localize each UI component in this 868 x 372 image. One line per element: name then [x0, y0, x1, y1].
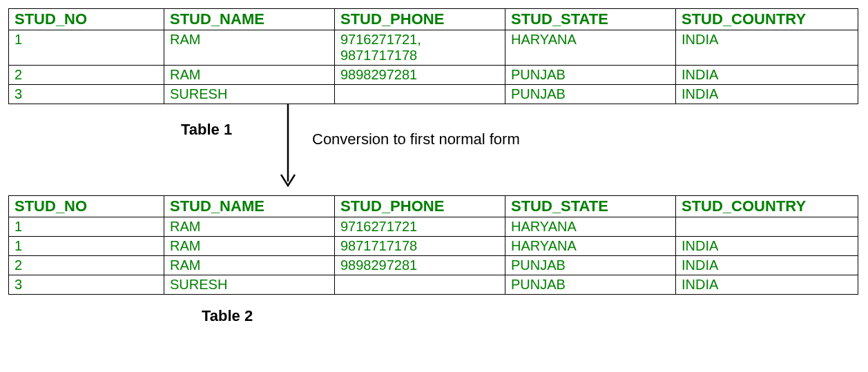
table-1-header: STUD_NAME [164, 9, 335, 30]
table-cell: SURESH [164, 85, 335, 104]
table-cell: HARYANA [505, 237, 676, 256]
table-1: STUD_NO STUD_NAME STUD_PHONE STUD_STATE … [8, 8, 858, 104]
table-row: 3 SURESH PUNJAB INDIA [9, 275, 858, 295]
table-cell: HARYANA [505, 217, 676, 237]
table-cell: RAM [164, 256, 335, 275]
table-1-header: STUD_STATE [505, 9, 676, 30]
table-cell: 9871717178 [335, 237, 505, 256]
table-cell: RAM [164, 217, 335, 237]
table-row: 1 RAM 9716271721, 9871717178 HARYANA IND… [9, 30, 858, 66]
table-cell: 2 [9, 256, 164, 275]
table-1-header: STUD_PHONE [335, 9, 505, 30]
table-cell: SURESH [164, 275, 335, 295]
arrow-down-icon [278, 104, 298, 191]
table-cell: PUNJAB [505, 256, 676, 275]
table-cell: RAM [164, 30, 335, 66]
table-cell: 1 [9, 237, 164, 256]
table-2-header: STUD_NO [9, 196, 164, 217]
table-cell: PUNJAB [505, 275, 676, 295]
table-2-header: STUD_COUNTRY [676, 196, 858, 217]
table-cell: RAM [164, 66, 335, 85]
table-1-header: STUD_NO [9, 9, 164, 30]
table-2-header: STUD_STATE [505, 196, 676, 217]
table-row: 2 RAM 9898297281 PUNJAB INDIA [9, 256, 858, 275]
table-cell: 2 [9, 66, 164, 85]
table-2-header: STUD_NAME [164, 196, 335, 217]
table-cell: RAM [164, 237, 335, 256]
table-1-caption: Table 1 [181, 121, 232, 139]
table-cell: INDIA [676, 237, 858, 256]
table-1-header-row: STUD_NO STUD_NAME STUD_PHONE STUD_STATE … [9, 9, 858, 30]
table-row: 1 RAM 9716271721 HARYANA [9, 217, 858, 237]
table-cell: 3 [9, 275, 164, 295]
table-cell: INDIA [676, 66, 858, 85]
table-row: 3 SURESH PUNJAB INDIA [9, 85, 858, 104]
table-2-caption: Table 2 [202, 307, 860, 325]
table-2-header-row: STUD_NO STUD_NAME STUD_PHONE STUD_STATE … [9, 196, 858, 217]
table-cell: 1 [9, 217, 164, 237]
table-2: STUD_NO STUD_NAME STUD_PHONE STUD_STATE … [8, 195, 858, 295]
table-cell: INDIA [676, 30, 858, 66]
table-cell: PUNJAB [505, 85, 676, 104]
table-cell: 1 [9, 30, 164, 66]
table-cell: 9898297281 [335, 256, 505, 275]
table-row: 2 RAM 9898297281 PUNJAB INDIA [9, 66, 858, 85]
table-2-header: STUD_PHONE [335, 196, 505, 217]
table-cell: INDIA [676, 275, 858, 295]
table-cell [335, 275, 505, 295]
table-cell [676, 217, 858, 237]
table-cell: 9716271721, 9871717178 [335, 30, 505, 66]
table-cell: INDIA [676, 256, 858, 275]
table-cell: 3 [9, 85, 164, 104]
table-cell: PUNJAB [505, 66, 676, 85]
conversion-label: Conversion to first normal form [312, 130, 520, 148]
table-cell: 9898297281 [335, 66, 505, 85]
table-row: 1 RAM 9871717178 HARYANA INDIA [9, 237, 858, 256]
table-cell [335, 85, 505, 104]
table-1-header: STUD_COUNTRY [676, 9, 858, 30]
table-cell: INDIA [676, 85, 858, 104]
table-cell: HARYANA [505, 30, 676, 66]
table-cell: 9716271721 [335, 217, 505, 237]
conversion-row: Table 1 Conversion to first normal form [8, 108, 860, 191]
